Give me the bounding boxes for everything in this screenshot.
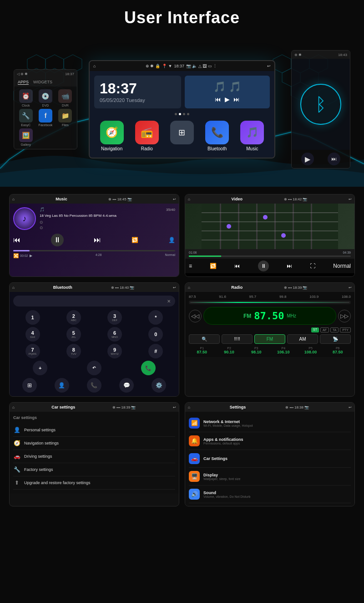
left-app-dvd[interactable]: 💿 DVD [36,89,54,107]
car-settings-back-btn[interactable]: ↩ [173,405,176,409]
music-next-btn[interactable]: ⏭ [94,236,101,244]
music-user-btn[interactable]: 👤 [168,237,175,243]
app-radio[interactable]: 📻 Radio [135,121,159,151]
android-settings-back-btn[interactable]: ↩ [349,405,352,409]
phone-screen-title: Bluetooth [53,285,72,290]
preset-p5[interactable]: P5 108.00 [298,347,324,354]
keypad-5[interactable]: 5 JKL [66,327,81,342]
app-apps[interactable]: ⊞ [170,121,194,151]
music-pause-btn[interactable]: ⏸ [51,234,64,246]
radio-status-icons: ⊕ ••• [284,286,292,290]
music-back-btn[interactable]: ↩ [173,197,176,201]
app-bluetooth[interactable]: 📞 Bluetooth [205,121,229,151]
keypad-0[interactable]: 0 [148,327,163,342]
keypad-1[interactable]: 1 [25,310,40,325]
left-app-clock[interactable]: ⏰ Clock [17,89,35,107]
network-setting-item[interactable]: 📶 Network & Internet Wi-Fi, Mobile, Data… [189,414,351,432]
radio-am-btn[interactable]: AM [287,334,318,344]
video-back-btn[interactable]: ↩ [349,197,352,201]
keypad-9[interactable]: 9 WXYZ [107,344,122,358]
radio-scan-btn[interactable]: 🔍 [189,334,220,344]
video-current-time: 01:06 [189,251,197,254]
keypad-star[interactable]: * [148,310,163,325]
keypad-hash[interactable]: # [148,344,163,358]
video-prev-icon[interactable]: ⏮ [234,263,240,269]
factory-settings-item[interactable]: 🔧 Factory settings [13,463,175,476]
sound-setting-item[interactable]: 🔊 Sound Volume, vibration, Do Not Distur… [189,485,351,503]
keypad-backspace[interactable]: ↶ [87,361,101,375]
driving-settings-item[interactable]: 🚗 Driving settings [13,450,175,463]
music-prev-btn[interactable]: ⏮ [13,236,20,244]
app-navigation[interactable]: 🧭 Navigation [100,121,124,151]
left-status-icons: ◁ ⊕ ✱ [17,72,28,76]
navigation-settings-item[interactable]: 🧭 Navigation settings [13,437,175,450]
apps-setting-item[interactable]: 🔔 Apps & notifications Permissions, defa… [189,432,351,450]
phone-settings-icon[interactable]: ⚙️ [152,378,166,393]
phone-contacts-icon[interactable]: 👤 [55,378,69,393]
preset-p1[interactable]: P1 87.50 [189,347,215,354]
car-setting-item[interactable]: 🚗 Car Settings [189,450,351,468]
prev-btn[interactable]: ⏮ [215,96,221,103]
video-status-time: 18:42 [293,197,302,201]
next-btn[interactable]: ⏭ [233,96,240,103]
radio-back-btn[interactable]: ↩ [349,286,352,290]
keypad-plus[interactable]: + [33,361,47,375]
phone-call-log-icon[interactable]: 📞 [87,378,101,393]
main-status-home: ⌂ [93,64,96,68]
video-next-icon[interactable]: ⏭ [287,263,292,269]
play-btn[interactable]: ▶ [225,96,230,103]
radio-prev-btn[interactable]: ◁◁ [189,310,202,322]
keypad-4[interactable]: 4 GHI [25,327,40,342]
phone-sms-icon[interactable]: 💬 [119,378,134,393]
video-controls-row[interactable]: ≡ 🔁 ⏮ ⏸ ⏭ ⛶ Normal [185,259,354,273]
phone-clear-icon[interactable]: ✕ [167,299,171,304]
left-app-facebook[interactable]: f Facebook [36,109,54,127]
restore-settings-item[interactable]: ⬆ Upgrade and restore factory settings [13,476,175,490]
music-controls[interactable]: ⏮ ▶ ⏭ [215,96,240,103]
personal-settings-item[interactable]: 👤 Personal settings [13,424,175,437]
music-widget[interactable]: 🎵 🎵 ⏮ ▶ ⏭ [185,76,270,108]
preset-p3[interactable]: P3 98.10 [243,347,269,354]
music-controls-row[interactable]: ⏮ ⏸ ⏭ 🔁 👤 [13,234,175,246]
video-repeat-icon[interactable]: 🔁 [210,263,217,269]
radio-antenna-btn[interactable]: 📡 [320,334,351,344]
radio-status-time: 18:39 [293,286,302,290]
video-playlist-icon[interactable]: ≡ [189,263,192,269]
driving-settings-label: Driving settings [24,454,52,459]
keypad-2[interactable]: 2 ABC [66,310,81,325]
music-shuffle-icon[interactable]: 🔀 [13,253,19,258]
apps-tab[interactable]: APPS [18,80,29,85]
left-app-files[interactable]: 📁 Files [56,109,74,127]
keypad-call[interactable]: 📞 [141,361,156,375]
right-skip-btn[interactable]: ⏭ [328,153,340,165]
preset-p4[interactable]: P4 106.10 [270,347,297,354]
left-app-dvr[interactable]: 📹 DVR [56,89,74,107]
preset-p2[interactable]: P2 90.10 [216,347,243,354]
left-app-easyc[interactable]: 🔧 EasyC [17,109,35,127]
music-progress-bar [13,250,175,251]
display-setting-item[interactable]: 🖥️ Display Wallpaper, sleep, font size [189,468,351,485]
video-fullscreen-icon[interactable]: ⛶ [310,263,315,269]
music-label: Music [246,146,258,151]
keypad-3[interactable]: 3 DEF [107,310,122,325]
phone-back-btn[interactable]: ↩ [173,286,176,290]
widgets-tab[interactable]: WIDGETS [33,80,52,85]
keypad-6[interactable]: 6 MNO [107,327,122,342]
keypad-7[interactable]: 7 PQRS [25,344,40,358]
radio-fm-btn[interactable]: FM [254,334,285,344]
right-status-time: 18:43 [338,53,347,57]
navigation-icon: 🧭 [100,121,124,144]
radio-presets-btn[interactable]: ⠿⠿ [222,334,253,344]
radio-next-btn[interactable]: ▷▷ [338,310,351,322]
main-status-back[interactable]: ↩ [267,64,271,68]
radio-badges: ST AF TA PTY [189,327,351,332]
left-app-gallery[interactable]: 🖼️ Gallery [17,128,35,146]
preset-p6[interactable]: P6 87.50 [324,347,351,354]
app-music[interactable]: 🎵 Music [240,121,264,151]
music-repeat-btn[interactable]: 🔁 [131,237,138,243]
video-pause-icon[interactable]: ⏸ [258,261,269,271]
phone-keypad-icon[interactable]: ⊞ [22,378,37,393]
phone-input-bar[interactable]: ✕ [13,296,175,307]
right-play-btn[interactable]: ▶ [301,153,314,165]
keypad-8[interactable]: 8 TUV [66,344,81,358]
